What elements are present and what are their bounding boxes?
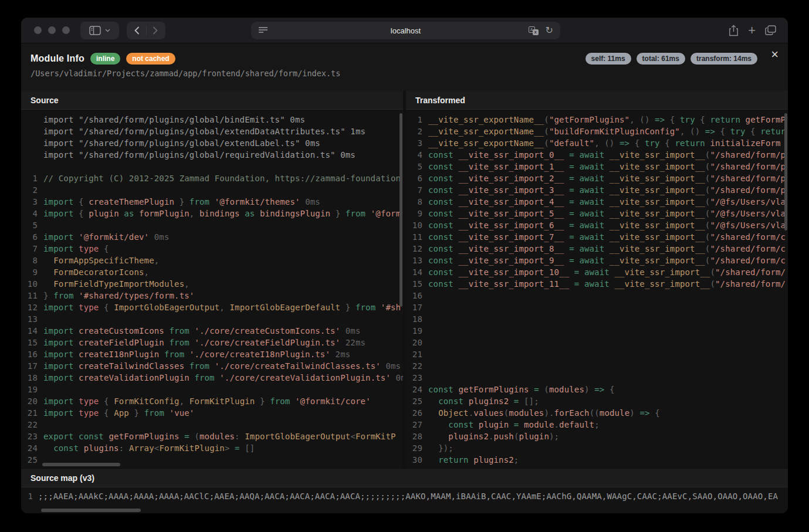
code-text: FormAppSpecificTheme,	[43, 255, 159, 266]
code-line: 17import createTailwindClasses from './c…	[21, 360, 403, 372]
total-time-badge: total: 61ms	[637, 53, 685, 65]
translate-icon[interactable]: A x	[529, 26, 539, 35]
code-text: const __vite_ssr_import_1__ = await __vi…	[428, 161, 786, 172]
code-text: import "/shared/form/plugins/global/exte…	[43, 137, 320, 149]
browser-window: localhost A x ↻ +	[21, 18, 788, 513]
sourcemap-panel-title: Source map (v3)	[21, 469, 788, 487]
code-text: import "/shared/form/plugins/global/exte…	[43, 126, 365, 137]
code-line: 2__vite_ssr_exportName__("buildFormKitPl…	[406, 126, 788, 137]
code-text: const __vite_ssr_import_7__ = await __vi…	[428, 231, 786, 243]
forward-button[interactable]	[147, 26, 164, 35]
code-text: return plugins2;	[428, 454, 519, 466]
line-number: 21	[21, 407, 38, 419]
line-number: 25	[21, 454, 38, 466]
code-text: import createValidationPlugin from './co…	[43, 372, 403, 384]
code-line: 15const __vite_ssr_import_11__ = await _…	[406, 278, 788, 290]
code-text: FormFieldTypeImportModules,	[43, 278, 189, 290]
line-number: 18	[21, 372, 38, 384]
code-text: __vite_ssr_exportName__("default", () =>…	[428, 137, 781, 149]
code-line: 18import createValidationPlugin from './…	[21, 372, 403, 384]
line-number: 23	[406, 372, 422, 384]
line-number: 20	[21, 395, 38, 407]
line-number: 12	[406, 243, 422, 255]
line-number: 14	[406, 266, 422, 278]
source-horizontal-scrollbar[interactable]	[42, 463, 120, 466]
code-line: 6const __vite_ssr_import_2__ = await __v…	[406, 172, 788, 184]
line-number: 20	[406, 337, 422, 348]
code-line: 26 Object.values(modules).forEach((modul…	[406, 407, 788, 419]
url-text: localhost	[251, 26, 560, 35]
reload-icon[interactable]: ↻	[546, 26, 553, 35]
page-title: Module Info	[31, 53, 84, 64]
line-number: 5	[21, 219, 38, 231]
sidebar-toggle-button[interactable]	[80, 22, 119, 39]
tab-overview-icon[interactable]	[765, 25, 776, 35]
line-number: 6	[406, 172, 422, 184]
code-text: const getFormPlugins = (modules) => {	[428, 384, 615, 395]
line-number: 6	[21, 231, 38, 243]
code-line: 2	[21, 184, 403, 196]
code-line: 4import { plugin as formPlugin, bindings…	[21, 208, 403, 219]
line-number: 13	[406, 255, 422, 266]
code-line: 16import createI18nPlugin from './core/c…	[21, 348, 403, 360]
code-line: 17	[406, 301, 788, 313]
code-line: 22	[21, 419, 403, 431]
back-button[interactable]	[128, 26, 146, 35]
code-line: 18	[406, 313, 788, 325]
line-number: 1	[21, 490, 33, 502]
source-panel: Source import "/shared/form/plugins/glob…	[21, 91, 403, 468]
source-vertical-scrollbar[interactable]	[400, 113, 402, 307]
code-line: import "/shared/form/plugins/global/exte…	[21, 126, 403, 137]
source-code-area[interactable]: import "/shared/form/plugins/global/bind…	[21, 110, 403, 468]
code-line: 20import type { FormKitConfig, FormKitPl…	[21, 395, 403, 407]
code-line: 11const __vite_ssr_import_7__ = await __…	[406, 231, 788, 243]
close-window-button[interactable]	[34, 26, 42, 34]
code-text: import type { ImportGlobEagerOutput, Imp…	[43, 301, 401, 313]
share-icon[interactable]	[729, 25, 739, 36]
module-file-path: /Users/vladimir/Projects/zammad/app/fron…	[31, 69, 778, 78]
code-line: 8const __vite_ssr_import_4__ = await __v…	[406, 196, 788, 208]
line-number: 29	[406, 442, 422, 454]
line-number: 16	[406, 290, 422, 301]
address-bar[interactable]: localhost A x ↻	[251, 22, 560, 39]
line-number: 19	[406, 325, 422, 337]
code-text: // Copyright (C) 2012-2025 Zammad Founda…	[43, 172, 401, 184]
line-number: 17	[21, 360, 38, 372]
line-number: 16	[21, 348, 38, 360]
line-number: 19	[21, 384, 38, 395]
line-number: 10	[21, 278, 38, 290]
zoom-window-button[interactable]	[62, 26, 70, 34]
line-number: 24	[21, 442, 38, 454]
code-line: 24 const plugins: Array<FormKitPlugin> =…	[21, 442, 403, 454]
line-number: 18	[406, 313, 422, 325]
line-number: 21	[406, 348, 422, 360]
line-number: 15	[21, 337, 38, 348]
code-line: 14import createCustomIcons from './core/…	[21, 325, 403, 337]
line-number: 3	[21, 196, 38, 208]
minimize-window-button[interactable]	[48, 26, 56, 34]
code-line: import "/shared/form/plugins/global/requ…	[21, 149, 403, 161]
close-icon[interactable]: ×	[771, 48, 778, 61]
transform-time-badge: transform: 14ms	[690, 53, 757, 65]
line-number: 13	[21, 313, 38, 325]
code-text: const __vite_ssr_import_11__ = await __v…	[428, 278, 786, 290]
sourcemap-code-area[interactable]: 1;;;AAEA;AAAkC;AAAA;AAAA;AAAA;AAClC;AAEA…	[21, 487, 788, 513]
code-text: import '@formkit/dev' 0ms	[43, 231, 170, 243]
code-line: 13	[21, 313, 403, 325]
transformed-vertical-scrollbar[interactable]	[784, 113, 787, 231]
sourcemap-horizontal-scrollbar[interactable]	[41, 509, 141, 512]
line-number: 8	[406, 196, 422, 208]
line-number: 14	[21, 325, 38, 337]
code-line: import "/shared/form/plugins/global/bind…	[21, 114, 403, 126]
code-line: 21import type { App } from 'vue'	[21, 407, 403, 419]
new-tab-icon[interactable]: +	[748, 24, 756, 37]
line-number: 1	[21, 172, 38, 184]
code-line: 22	[406, 360, 788, 372]
line-number: 3	[406, 137, 422, 149]
code-line: 25 const plugins2 = [];	[406, 395, 788, 407]
transformed-code-area[interactable]: 1__vite_ssr_exportName__("getFormPlugins…	[406, 110, 788, 468]
code-text: const __vite_ssr_import_8__ = await __vi…	[428, 243, 786, 255]
code-line: 23	[406, 372, 788, 384]
code-text: });	[428, 442, 453, 454]
code-text: import { plugin as formPlugin, bindings …	[43, 208, 401, 219]
